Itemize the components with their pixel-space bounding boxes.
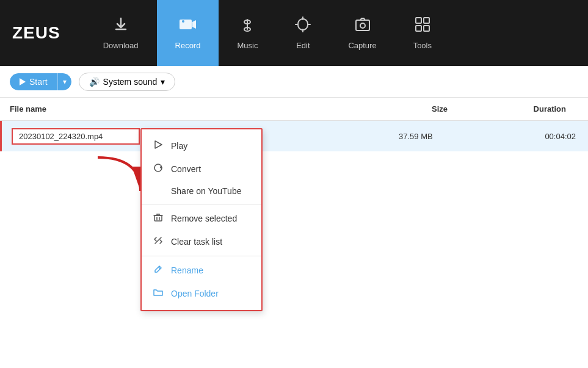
svg-point-6 <box>360 23 365 28</box>
tab-record[interactable]: Record <box>157 0 219 66</box>
tab-tools-label: Tools <box>413 41 432 50</box>
svg-rect-5 <box>356 20 369 31</box>
system-sound-button[interactable]: 🔊 System sound ▾ <box>79 73 176 91</box>
tab-music-label: Music <box>237 41 258 50</box>
tab-edit[interactable]: Edit <box>276 0 330 66</box>
menu-item-play[interactable]: Play <box>142 134 261 157</box>
music-icon <box>239 16 255 37</box>
menu-item-share-youtube[interactable]: Share on YouTube <box>142 181 261 201</box>
filename-cell: 20230102_224320.mp4 <box>12 128 140 145</box>
menu-item-convert[interactable]: Convert <box>142 157 261 181</box>
trash-menu-icon <box>153 212 164 225</box>
app-logo: ZEUS <box>12 23 60 43</box>
menu-remove-label: Remove selected <box>171 214 237 223</box>
start-button-group: Start ▾ <box>10 73 71 90</box>
folder-menu-icon <box>153 287 164 300</box>
record-icon <box>178 16 197 37</box>
size-cell: 37.59 MB <box>399 132 472 141</box>
column-filename: File name <box>10 104 432 114</box>
menu-item-remove[interactable]: Remove selected <box>142 207 261 230</box>
context-menu: Play Convert Share on YouTube Remove sel… <box>140 128 263 311</box>
tab-edit-label: Edit <box>296 41 310 50</box>
menu-play-label: Play <box>171 141 187 151</box>
main-content: File name Size Duration 20230102_224320.… <box>0 98 588 368</box>
tab-download-label: Download <box>103 41 139 50</box>
tab-download[interactable]: Download <box>85 0 157 66</box>
svg-rect-7 <box>416 18 421 23</box>
download-icon <box>112 16 129 37</box>
table-header: File name Size Duration <box>0 98 588 121</box>
svg-rect-8 <box>424 18 429 23</box>
menu-convert-label: Convert <box>171 164 201 174</box>
header: ZEUS Download Record <box>0 0 588 66</box>
menu-open-folder-label: Open Folder <box>171 289 219 298</box>
tab-tools[interactable]: Tools <box>395 0 450 66</box>
capture-icon <box>354 16 371 37</box>
tab-capture[interactable]: Capture <box>330 0 394 66</box>
table-row[interactable]: 20230102_224320.mp4 37.59 MB 00:04:02 <box>0 121 588 151</box>
svg-rect-9 <box>416 26 421 31</box>
menu-rename-label: Rename <box>171 265 203 275</box>
menu-item-clear-task[interactable]: Clear task list <box>142 230 261 253</box>
tools-icon <box>414 16 431 37</box>
start-dropdown-button[interactable]: ▾ <box>57 73 71 90</box>
sound-icon: 🔊 <box>89 77 100 87</box>
tab-record-label: Record <box>175 41 201 50</box>
svg-rect-10 <box>424 26 429 31</box>
svg-point-2 <box>182 20 184 23</box>
menu-item-rename[interactable]: Rename <box>142 259 261 282</box>
menu-divider-1 <box>142 204 261 204</box>
start-label: Start <box>29 77 48 87</box>
edit-icon <box>294 16 311 37</box>
menu-share-youtube-label: Share on YouTube <box>171 186 241 196</box>
duration-cell: 00:04:02 <box>503 132 576 141</box>
clear-task-menu-icon <box>153 236 164 248</box>
svg-marker-1 <box>192 20 196 29</box>
toolbar: Start ▾ 🔊 System sound ▾ <box>0 66 588 98</box>
tab-capture-label: Capture <box>348 41 376 50</box>
column-size: Size <box>432 104 505 114</box>
svg-marker-12 <box>155 141 162 148</box>
play-icon <box>20 78 26 85</box>
svg-rect-13 <box>154 215 162 221</box>
convert-menu-icon <box>153 163 164 175</box>
menu-divider-2 <box>142 256 261 256</box>
sound-dropdown-icon: ▾ <box>161 77 165 87</box>
rename-menu-icon <box>153 264 164 276</box>
tab-music[interactable]: Music <box>219 0 276 66</box>
play-menu-icon <box>153 140 164 152</box>
menu-clear-task-label: Clear task list <box>171 237 222 247</box>
start-button[interactable]: Start <box>10 73 57 90</box>
menu-item-open-folder[interactable]: Open Folder <box>142 282 261 305</box>
sound-label: System sound <box>103 77 158 87</box>
nav-tabs: Download Record Music <box>85 0 576 66</box>
svg-rect-0 <box>180 20 192 29</box>
column-duration: Duration <box>505 104 578 114</box>
